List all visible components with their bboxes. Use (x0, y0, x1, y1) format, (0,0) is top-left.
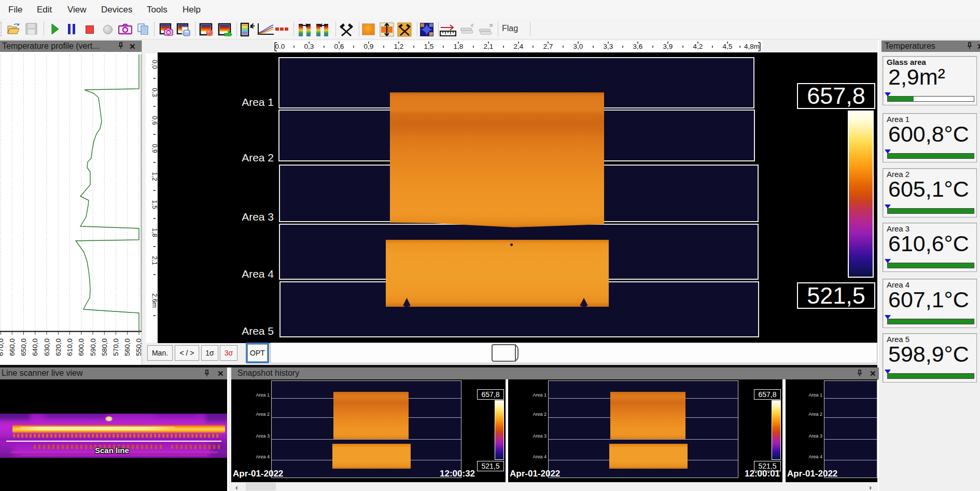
svg-text:2,4: 2,4 (514, 43, 524, 50)
svg-text:590,0: 590,0 (89, 338, 97, 356)
svg-text:650,0: 650,0 (20, 338, 27, 356)
svg-text:610,0: 610,0 (66, 338, 74, 356)
svg-text:4,2: 4,2 (693, 43, 703, 50)
svg-text:2,7: 2,7 (543, 43, 553, 50)
svg-text:600,0: 600,0 (77, 338, 85, 356)
svg-text:2,1: 2,1 (484, 43, 494, 50)
svg-text:1,8: 1,8 (454, 43, 464, 50)
svg-text:560,0: 560,0 (123, 338, 131, 356)
svg-text:640,0: 640,0 (31, 338, 39, 356)
svg-text:570,0: 570,0 (112, 338, 120, 356)
svg-text:630,0: 630,0 (43, 338, 51, 356)
svg-text:0,0: 0,0 (151, 60, 158, 69)
svg-text:4,8m: 4,8m (744, 43, 760, 50)
svg-text:1,5: 1,5 (151, 200, 158, 209)
svg-text:0,3: 0,3 (304, 43, 314, 50)
svg-text:1,2: 1,2 (394, 43, 404, 50)
svg-text:1,2: 1,2 (151, 172, 158, 181)
svg-text:1,5: 1,5 (424, 43, 434, 50)
svg-text:0,9: 0,9 (364, 43, 374, 50)
svg-text:620,0: 620,0 (54, 338, 62, 356)
svg-text:0,3: 0,3 (151, 88, 158, 97)
svg-text:0.0: 0.0 (275, 43, 285, 50)
svg-text:3,9: 3,9 (663, 43, 673, 50)
svg-text:3,3: 3,3 (604, 43, 613, 50)
svg-text:2,6m: 2,6m (151, 293, 158, 308)
svg-text:3,6: 3,6 (633, 43, 643, 50)
svg-text:2,1: 2,1 (151, 256, 158, 265)
svg-text:0,6: 0,6 (151, 116, 158, 125)
svg-text:3,0: 3,0 (573, 43, 583, 50)
svg-text:0,6: 0,6 (334, 43, 344, 50)
svg-text:0,9: 0,9 (151, 144, 158, 153)
svg-text:4,5: 4,5 (723, 43, 733, 50)
svg-text:660,0: 660,0 (8, 338, 16, 356)
svg-text:670,0: 670,0 (0, 338, 5, 356)
svg-text:1,8: 1,8 (151, 228, 158, 237)
svg-text:580,0: 580,0 (101, 338, 108, 356)
